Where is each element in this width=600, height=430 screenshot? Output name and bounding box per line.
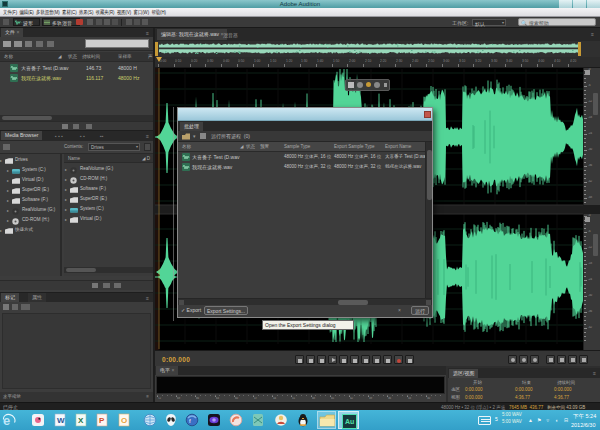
svg-text:O: O [121,416,127,425]
svg-text:P: P [99,416,105,425]
svg-text:X: X [78,416,84,425]
svg-text:W: W [57,416,65,425]
